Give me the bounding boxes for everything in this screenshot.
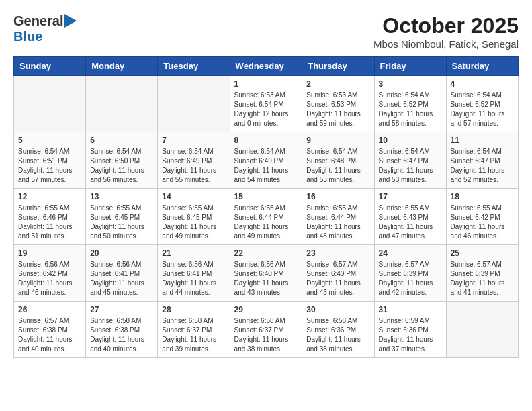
day-number: 22 <box>234 248 298 258</box>
day-info: Sunrise: 6:54 AMSunset: 6:49 PMDaylight:… <box>234 147 298 185</box>
table-row: 8Sunrise: 6:54 AMSunset: 6:49 PMDaylight… <box>230 132 302 189</box>
day-number: 16 <box>306 192 369 201</box>
day-info: Sunrise: 6:54 AMSunset: 6:52 PMDaylight:… <box>451 91 514 128</box>
calendar-subtitle: Mbos Niomboul, Fatick, Senegal <box>373 38 519 50</box>
day-number: 6 <box>90 136 153 145</box>
calendar-week-4: 19Sunrise: 6:56 AMSunset: 6:42 PMDayligh… <box>14 245 519 302</box>
day-info: Sunrise: 6:54 AMSunset: 6:49 PMDaylight:… <box>162 147 225 185</box>
day-number: 14 <box>162 192 225 201</box>
table-row: 20Sunrise: 6:56 AMSunset: 6:41 PMDayligh… <box>86 245 158 302</box>
col-friday: Friday <box>374 57 446 76</box>
day-number: 7 <box>162 136 225 145</box>
table-row: 12Sunrise: 6:55 AMSunset: 6:46 PMDayligh… <box>14 189 86 245</box>
day-info: Sunrise: 6:54 AMSunset: 6:52 PMDaylight:… <box>379 91 442 128</box>
logo: General Blue <box>13 13 77 44</box>
day-info: Sunrise: 6:54 AMSunset: 6:50 PMDaylight:… <box>90 147 153 185</box>
table-row: 29Sunrise: 6:58 AMSunset: 6:37 PMDayligh… <box>230 302 302 358</box>
calendar-week-2: 5Sunrise: 6:54 AMSunset: 6:51 PMDaylight… <box>14 132 519 189</box>
day-info: Sunrise: 6:54 AMSunset: 6:48 PMDaylight:… <box>306 147 369 185</box>
day-info: Sunrise: 6:55 AMSunset: 6:42 PMDaylight:… <box>451 203 514 241</box>
table-row: 5Sunrise: 6:54 AMSunset: 6:51 PMDaylight… <box>14 132 86 189</box>
day-number: 25 <box>451 248 514 258</box>
table-row: 11Sunrise: 6:54 AMSunset: 6:47 PMDayligh… <box>446 132 518 189</box>
col-tuesday: Tuesday <box>158 57 230 76</box>
logo-triangle-icon <box>64 14 77 28</box>
day-info: Sunrise: 6:55 AMSunset: 6:45 PMDaylight:… <box>162 203 225 241</box>
day-number: 26 <box>18 305 81 314</box>
day-number: 21 <box>162 248 225 258</box>
day-number: 31 <box>379 305 442 314</box>
title-section: October 2025 Mbos Niomboul, Fatick, Sene… <box>373 13 519 50</box>
day-number: 30 <box>306 305 369 314</box>
day-info: Sunrise: 6:54 AMSunset: 6:47 PMDaylight:… <box>379 147 442 185</box>
day-info: Sunrise: 6:55 AMSunset: 6:44 PMDaylight:… <box>306 203 369 241</box>
col-sunday: Sunday <box>14 57 86 76</box>
day-info: Sunrise: 6:57 AMSunset: 6:40 PMDaylight:… <box>306 260 369 298</box>
day-info: Sunrise: 6:57 AMSunset: 6:38 PMDaylight:… <box>18 316 81 354</box>
table-row: 22Sunrise: 6:56 AMSunset: 6:40 PMDayligh… <box>230 245 302 302</box>
day-info: Sunrise: 6:58 AMSunset: 6:37 PMDaylight:… <box>234 316 298 354</box>
day-info: Sunrise: 6:56 AMSunset: 6:40 PMDaylight:… <box>234 260 298 298</box>
table-row: 23Sunrise: 6:57 AMSunset: 6:40 PMDayligh… <box>302 245 374 302</box>
calendar-week-3: 12Sunrise: 6:55 AMSunset: 6:46 PMDayligh… <box>14 189 519 245</box>
day-info: Sunrise: 6:58 AMSunset: 6:37 PMDaylight:… <box>162 316 225 354</box>
day-number: 24 <box>379 248 442 258</box>
table-row: 31Sunrise: 6:59 AMSunset: 6:36 PMDayligh… <box>374 302 446 358</box>
day-number: 12 <box>18 192 81 201</box>
day-info: Sunrise: 6:55 AMSunset: 6:44 PMDaylight:… <box>234 203 298 241</box>
col-monday: Monday <box>86 57 158 76</box>
day-info: Sunrise: 6:56 AMSunset: 6:42 PMDaylight:… <box>18 260 81 298</box>
table-row: 27Sunrise: 6:58 AMSunset: 6:38 PMDayligh… <box>86 302 158 358</box>
table-row: 30Sunrise: 6:58 AMSunset: 6:36 PMDayligh… <box>302 302 374 358</box>
day-info: Sunrise: 6:58 AMSunset: 6:36 PMDaylight:… <box>306 316 369 354</box>
day-info: Sunrise: 6:57 AMSunset: 6:39 PMDaylight:… <box>451 260 514 298</box>
day-info: Sunrise: 6:54 AMSunset: 6:51 PMDaylight:… <box>18 147 81 185</box>
day-info: Sunrise: 6:55 AMSunset: 6:45 PMDaylight:… <box>90 203 153 241</box>
table-row: 28Sunrise: 6:58 AMSunset: 6:37 PMDayligh… <box>158 302 230 358</box>
logo-text: General <box>13 13 63 29</box>
table-row: 4Sunrise: 6:54 AMSunset: 6:52 PMDaylight… <box>446 76 518 132</box>
day-number: 29 <box>234 305 298 314</box>
day-number: 18 <box>451 192 514 201</box>
day-number: 10 <box>379 136 442 145</box>
table-row: 25Sunrise: 6:57 AMSunset: 6:39 PMDayligh… <box>446 245 518 302</box>
col-saturday: Saturday <box>446 57 518 76</box>
day-info: Sunrise: 6:55 AMSunset: 6:43 PMDaylight:… <box>379 203 442 241</box>
day-info: Sunrise: 6:59 AMSunset: 6:36 PMDaylight:… <box>379 316 442 354</box>
day-number: 28 <box>162 305 225 314</box>
calendar-week-5: 26Sunrise: 6:57 AMSunset: 6:38 PMDayligh… <box>14 302 519 358</box>
table-row: 1Sunrise: 6:53 AMSunset: 6:54 PMDaylight… <box>230 76 302 132</box>
col-thursday: Thursday <box>302 57 374 76</box>
table-row: 3Sunrise: 6:54 AMSunset: 6:52 PMDaylight… <box>374 76 446 132</box>
day-number: 20 <box>90 248 153 258</box>
day-info: Sunrise: 6:53 AMSunset: 6:53 PMDaylight:… <box>306 91 369 128</box>
table-row: 17Sunrise: 6:55 AMSunset: 6:43 PMDayligh… <box>374 189 446 245</box>
day-number: 8 <box>234 136 298 145</box>
day-number: 13 <box>90 192 153 201</box>
day-number: 23 <box>306 248 369 258</box>
table-row: 6Sunrise: 6:54 AMSunset: 6:50 PMDaylight… <box>86 132 158 189</box>
table-row <box>158 76 230 132</box>
day-info: Sunrise: 6:56 AMSunset: 6:41 PMDaylight:… <box>162 260 225 298</box>
table-row: 2Sunrise: 6:53 AMSunset: 6:53 PMDaylight… <box>302 76 374 132</box>
table-row <box>14 76 86 132</box>
table-row: 16Sunrise: 6:55 AMSunset: 6:44 PMDayligh… <box>302 189 374 245</box>
day-number: 4 <box>451 79 514 89</box>
day-info: Sunrise: 6:56 AMSunset: 6:41 PMDaylight:… <box>90 260 153 298</box>
table-row: 10Sunrise: 6:54 AMSunset: 6:47 PMDayligh… <box>374 132 446 189</box>
table-row: 15Sunrise: 6:55 AMSunset: 6:44 PMDayligh… <box>230 189 302 245</box>
calendar-title: October 2025 <box>373 13 519 38</box>
day-info: Sunrise: 6:58 AMSunset: 6:38 PMDaylight:… <box>90 316 153 354</box>
table-row: 19Sunrise: 6:56 AMSunset: 6:42 PMDayligh… <box>14 245 86 302</box>
day-number: 19 <box>18 248 81 258</box>
day-number: 5 <box>18 136 81 145</box>
table-row: 13Sunrise: 6:55 AMSunset: 6:45 PMDayligh… <box>86 189 158 245</box>
day-number: 27 <box>90 305 153 314</box>
calendar-week-1: 1Sunrise: 6:53 AMSunset: 6:54 PMDaylight… <box>14 76 519 132</box>
day-info: Sunrise: 6:57 AMSunset: 6:39 PMDaylight:… <box>379 260 442 298</box>
day-info: Sunrise: 6:53 AMSunset: 6:54 PMDaylight:… <box>234 91 298 128</box>
calendar-table: Sunday Monday Tuesday Wednesday Thursday… <box>13 56 519 358</box>
table-row <box>86 76 158 132</box>
table-row: 21Sunrise: 6:56 AMSunset: 6:41 PMDayligh… <box>158 245 230 302</box>
day-number: 11 <box>451 136 514 145</box>
